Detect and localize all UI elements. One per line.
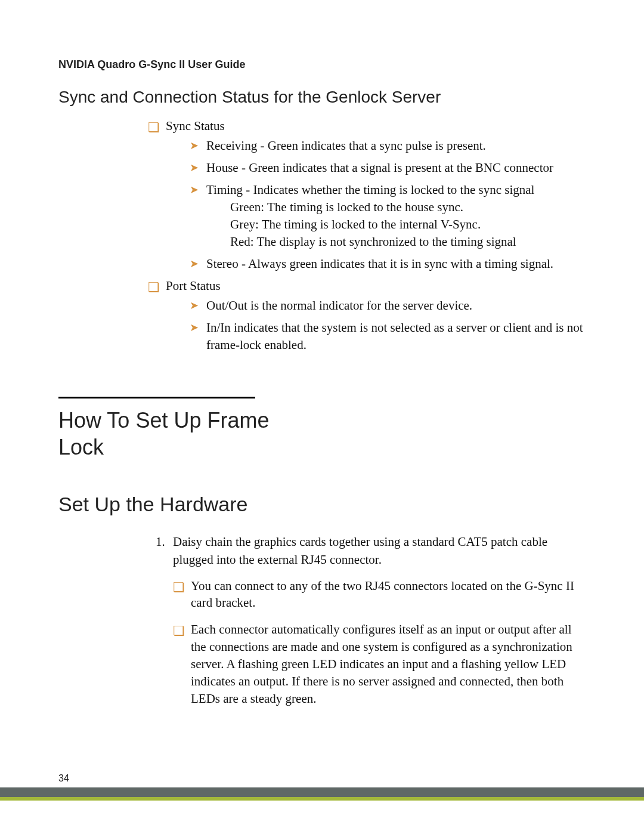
footer-bar-top bbox=[0, 787, 644, 797]
sync-status-label: Sync Status Receiving - Green indicates … bbox=[148, 118, 586, 273]
setup-steps: Daisy chain the graphics cards together … bbox=[148, 533, 586, 708]
item-receiving: Receiving - Green indicates that a sync … bbox=[190, 137, 586, 155]
step-1-sub-a: You can connect to any of the two RJ45 c… bbox=[173, 577, 586, 612]
item-outout: Out/Out is the normal indicator for the … bbox=[190, 297, 586, 314]
port-status-label: Port Status Out/Out is the normal indica… bbox=[148, 277, 586, 354]
running-header: NVIDIA Quadro G-Sync II User Guide bbox=[58, 58, 586, 71]
port-status-items: Out/Out is the normal indicator for the … bbox=[190, 297, 586, 354]
step-1-sub-b: Each connector automatically configures … bbox=[173, 621, 586, 707]
step-1-text: Daisy chain the graphics cards together … bbox=[173, 535, 547, 567]
section-title-frame-lock: How To Set Up Frame Lock bbox=[58, 407, 586, 461]
port-status-label-text: Port Status bbox=[166, 279, 221, 293]
item-inin: In/In indicates that the system is not s… bbox=[190, 319, 586, 354]
top-bullets: Sync Status Receiving - Green indicates … bbox=[148, 118, 586, 354]
item-timing: Timing - Indicates whether the timing is… bbox=[190, 181, 586, 251]
item-house: House - Green indicates that a signal is… bbox=[190, 159, 586, 177]
section-title-setup-hardware: Set Up the Hardware bbox=[58, 493, 586, 516]
document-page: NVIDIA Quadro G-Sync II User Guide Sync … bbox=[0, 0, 644, 828]
item-timing-grey: Grey: The timing is locked to the intern… bbox=[230, 216, 586, 233]
step-1-sub: You can connect to any of the two RJ45 c… bbox=[173, 577, 586, 708]
frame-lock-line1: How To Set Up Frame bbox=[58, 408, 269, 432]
sync-status-block: Sync Status Receiving - Green indicates … bbox=[148, 118, 586, 354]
sync-status-items: Receiving - Green indicates that a sync … bbox=[190, 137, 586, 273]
item-timing-green: Green: The timing is locked to the house… bbox=[230, 199, 586, 216]
item-timing-red: Red: The display is not synchronized to … bbox=[230, 233, 586, 251]
frame-lock-line2: Lock bbox=[58, 435, 104, 459]
sync-status-label-text: Sync Status bbox=[166, 119, 225, 133]
section-rule bbox=[58, 397, 255, 398]
item-timing-head: Timing - Indicates whether the timing is… bbox=[206, 183, 534, 197]
item-timing-sub: Green: The timing is locked to the house… bbox=[230, 199, 586, 251]
step-1: Daisy chain the graphics cards together … bbox=[168, 533, 586, 708]
page-number: 34 bbox=[58, 773, 69, 784]
footer-bar-bottom bbox=[0, 797, 644, 801]
setup-hardware-block: Daisy chain the graphics cards together … bbox=[148, 533, 586, 708]
item-stereo: Stereo - Always green indicates that it … bbox=[190, 255, 586, 273]
section-title-sync-status: Sync and Connection Status for the Genlo… bbox=[58, 88, 586, 107]
